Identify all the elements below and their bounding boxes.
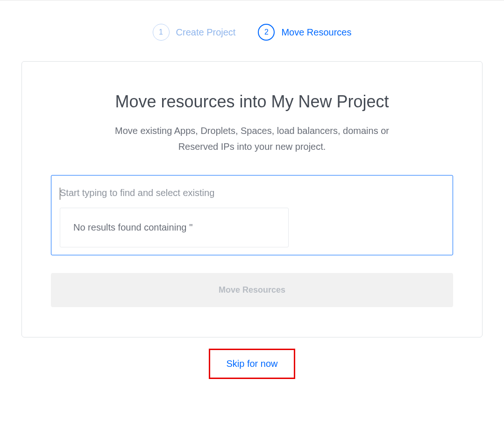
resource-search-input[interactable]: [60, 188, 444, 198]
step-label-move-resources: Move Resources: [281, 27, 351, 38]
card-title: Move resources into My New Project: [51, 92, 453, 112]
resource-search-box[interactable]: No results found containing '': [51, 175, 453, 255]
stepper: 1 Create Project 2 Move Resources: [0, 0, 504, 61]
move-resources-button[interactable]: Move Resources: [51, 273, 453, 307]
move-resources-card: Move resources into My New Project Move …: [21, 61, 483, 337]
step-number-2: 2: [258, 24, 275, 41]
no-results-text: No results found containing '': [73, 222, 193, 232]
skip-for-now-link[interactable]: Skip for now: [209, 349, 295, 379]
text-cursor-icon: [60, 188, 60, 200]
card-subtext: Move existing Apps, Droplets, Spaces, lo…: [103, 123, 402, 154]
step-move-resources: 2 Move Resources: [258, 24, 351, 41]
search-results-dropdown: No results found containing '': [60, 208, 289, 247]
step-create-project: 1 Create Project: [153, 24, 236, 41]
step-number-1: 1: [153, 24, 170, 41]
step-label-create-project: Create Project: [176, 27, 236, 38]
